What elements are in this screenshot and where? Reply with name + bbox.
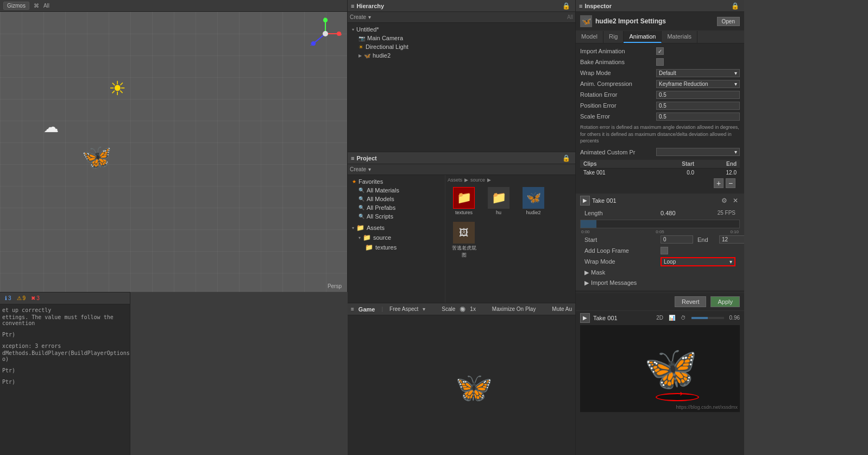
inspector-header: ≡ Inspector 🔒 xyxy=(576,0,744,12)
take001-end-input[interactable]: 12 xyxy=(719,235,744,244)
game-butterfly: 🦋 xyxy=(454,367,496,408)
main-layout: Gizmos ⌘ All xyxy=(0,0,868,455)
rotation-error-desc: Rotation error is defined as maximum ang… xyxy=(576,122,744,147)
sun-icon: ☀ xyxy=(109,77,126,100)
timeline-bar[interactable] xyxy=(580,220,740,228)
take001-start-end-row: Start 0 End 12 xyxy=(580,234,740,245)
game-toolbar: ≡ Game | Free Aspect ▾ Scale 🔘 1x Maximi… xyxy=(348,303,575,315)
import-animation-checkbox[interactable]: ✓ xyxy=(656,47,664,55)
hierarchy-tree: ▾ Untitled* 📷 Main Camera ☀ Directional … xyxy=(348,23,575,152)
favorites-all-models[interactable]: 🔍 All Models xyxy=(350,195,443,203)
clips-controls: + − xyxy=(580,177,740,189)
scene-gizmo: X Y Z xyxy=(309,17,342,50)
open-button[interactable]: Open xyxy=(717,17,740,26)
take001-length-row: Length 0.480 25 FPS xyxy=(580,208,740,219)
svg-point-6 xyxy=(323,31,328,36)
console-toolbar: ℹ 3 ⚠ 9 ✖ 3 xyxy=(0,292,130,304)
anim-compression-dropdown[interactable]: Keyframe Reduction ▾ xyxy=(656,80,740,88)
asset-item-hudie2[interactable]: 🦋 hudie2 xyxy=(517,185,550,217)
bake-animations-checkbox[interactable]: ✓ xyxy=(656,58,664,66)
clips-add-btn[interactable]: + xyxy=(714,178,724,188)
console-info-badge: ℹ 3 xyxy=(3,295,13,302)
project-content: Assets ▶ source ▶ 📁 textures xyxy=(445,175,575,303)
project-breadcrumb: Assets ▶ source ▶ xyxy=(448,177,573,183)
inspector-tabs: Model Rig Animation Materials xyxy=(576,31,744,43)
assets-header[interactable]: ▾ 📁 Assets xyxy=(350,223,443,233)
clips-col-start: Start xyxy=(651,160,697,169)
scale-error-input[interactable]: 0.5 xyxy=(656,113,740,121)
preview-playback-bar[interactable] xyxy=(691,317,724,319)
tab-rig[interactable]: Rig xyxy=(603,31,624,43)
add-loop-frame-row: Add Loop Frame ✓ xyxy=(580,245,740,256)
assets-textures-folder[interactable]: 📁 textures xyxy=(350,242,443,252)
console-line: xception: 3 errors xyxy=(2,342,128,350)
wrap-mode-row: Wrap Mode Default ▾ xyxy=(576,67,744,78)
animated-custom-props-dropdown[interactable]: ▾ xyxy=(656,148,740,156)
take001-close-btn[interactable]: ✕ xyxy=(731,196,740,205)
clips-table: Clips Start End Take 001 0.0 12.0 xyxy=(580,160,740,177)
wrap-mode-dropdown[interactable]: Default ▾ xyxy=(656,69,740,77)
console-line: et up correctly xyxy=(2,307,128,314)
clips-remove-btn[interactable]: − xyxy=(726,178,735,188)
project-lock-btn[interactable]: 🔒 xyxy=(561,154,572,163)
bake-animations-row: Bake Animations ✓ xyxy=(576,57,744,67)
console-line: Ptr) xyxy=(2,331,128,338)
hierarchy-toolbar: Create ▾ All xyxy=(348,12,575,23)
inspector-title-row: 🦋 hudie2 Import Settings Revert Open xyxy=(576,12,744,31)
grid-overlay xyxy=(0,12,347,292)
inspector-asset-name: hudie2 Import Settings xyxy=(595,17,666,25)
asset-item-hu[interactable]: 📁 hu xyxy=(482,185,515,217)
hierarchy-header: ≡ Hierarchy 🔒 xyxy=(348,0,575,12)
game-view: ≡ Game | Free Aspect ▾ Scale 🔘 1x Maximi… xyxy=(348,303,576,455)
rotation-error-input[interactable]: 0.5 xyxy=(656,91,740,99)
take001-settings-btn[interactable]: ⚙ xyxy=(720,196,729,205)
hierarchy-lock-btn[interactable]: 🔒 xyxy=(561,2,572,10)
console-line xyxy=(2,363,128,367)
hierarchy-item-directional-light[interactable]: ☀ Directional Light xyxy=(354,42,575,51)
left-column: Gizmos ⌘ All xyxy=(0,0,348,455)
favorites-header[interactable]: ★ Favorites xyxy=(350,177,443,186)
tab-animation[interactable]: Animation xyxy=(624,31,662,43)
take001-play-btn[interactable]: ▶ xyxy=(580,196,590,205)
apply-button[interactable]: Apply xyxy=(710,296,740,307)
clip-row-take001[interactable]: Take 001 0.0 12.0 xyxy=(580,168,740,177)
import-animation-row: Import Animation ✓ xyxy=(576,46,744,57)
clips-section: Clips Start End Take 001 0.0 12.0 xyxy=(576,158,744,191)
timeline-ticks: 0:00 0:05 0:10 xyxy=(580,229,740,234)
project-split: ★ Favorites 🔍 All Materials 🔍 All Models… xyxy=(348,175,575,303)
take001-section: ▶ Take 001 ⚙ ✕ Length 0.480 25 FPS 0 xyxy=(576,194,744,290)
position-error-input[interactable]: 0.5 xyxy=(656,102,740,110)
hierarchy-item-hudie2[interactable]: ▶ 🦋 hudie2 xyxy=(354,51,575,60)
assets-source-folder[interactable]: ▾ 📁 source xyxy=(350,233,443,242)
hierarchy-scene-root[interactable]: ▾ Untitled* xyxy=(348,25,575,34)
gizmos-button[interactable]: Gizmos xyxy=(3,2,29,10)
favorites-all-prefabs[interactable]: 🔍 All Prefabs xyxy=(350,203,443,212)
clips-col-name: Clips xyxy=(580,160,651,169)
console-line xyxy=(2,338,128,342)
favorites-all-materials[interactable]: 🔍 All Materials xyxy=(350,186,443,195)
take001-preview-play-btn[interactable]: ▶ xyxy=(580,313,590,323)
mask-section[interactable]: ▶ Mask xyxy=(580,267,740,278)
take001-start-input[interactable]: 0 xyxy=(661,235,693,244)
take001-preview-canvas: 🦋 ↗ https://blog.csdn.net/xssdmx xyxy=(580,325,740,412)
inspector-footer: Revert Apply xyxy=(576,292,744,310)
asset-item-image[interactable]: 🖼 苦逃老虎屁图 xyxy=(448,220,480,261)
console-line: ettings. The value must follow the conve… xyxy=(2,314,128,327)
console-error-badge: ✖ 3 xyxy=(29,295,41,302)
hierarchy-item-main-camera[interactable]: 📷 Main Camera xyxy=(354,34,575,42)
anim-compression-row: Anim. Compression Keyframe Reduction ▾ xyxy=(576,78,744,89)
add-loop-frame-checkbox[interactable]: ✓ xyxy=(661,247,668,254)
inspector-lock-btn[interactable]: 🔒 xyxy=(729,2,741,10)
import-messages-section[interactable]: ▶ Import Messages xyxy=(580,278,740,288)
favorites-all-scripts[interactable]: 🔍 All Scripts xyxy=(350,212,443,221)
tab-model[interactable]: Model xyxy=(576,31,603,43)
revert-button[interactable]: Revert xyxy=(675,296,706,307)
scene-butterfly: 🦋 xyxy=(81,142,112,171)
tab-materials[interactable]: Materials xyxy=(662,31,697,43)
position-error-row: Position Error 0.5 xyxy=(576,100,744,111)
console-warn-badge: ⚠ 9 xyxy=(15,295,28,302)
clip-wrap-mode-dropdown[interactable]: Loop ▾ xyxy=(661,257,735,266)
take001-preview-section: ▶ Take 001 2D 📊 ⏱ 0.96 🦋 xyxy=(576,310,744,414)
asset-item-textures[interactable]: 📁 textures xyxy=(448,185,480,217)
preview-butterfly-icon: 🦋 xyxy=(644,343,698,394)
